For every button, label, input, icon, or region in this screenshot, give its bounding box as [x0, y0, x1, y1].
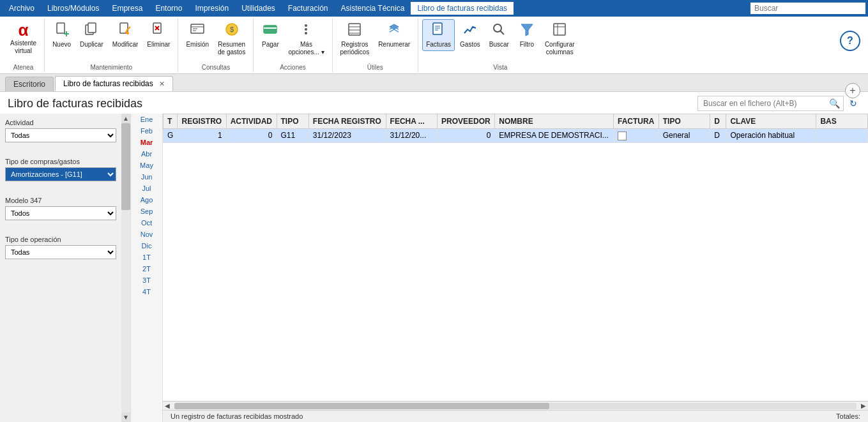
h-scrollbar[interactable]: ◀ ▶ [163, 401, 868, 410]
data-table-container[interactable]: T REGISTRO ACTIVIDAD TIPO FECHA REGISTRO… [163, 114, 868, 401]
month-3t[interactable]: 3T [131, 275, 162, 286]
filter-scrollbar[interactable]: ▲ ▼ [121, 114, 130, 422]
menu-facturacion[interactable]: Facturación [282, 2, 335, 15]
menu-archivo[interactable]: Archivo [3, 2, 41, 15]
col-header-fecha[interactable]: FECHA ... [386, 114, 438, 129]
ribbon-btn-resumen[interactable]: $ Resumende gastos [214, 19, 249, 59]
col-header-tipo2[interactable]: TIPO [659, 114, 710, 129]
svg-point-19 [305, 28, 307, 31]
configurar-label: Configurarcolumnas [545, 41, 575, 56]
ribbon-btn-emision[interactable]: Emisión [182, 19, 213, 51]
actividad-select[interactable]: Todas [5, 128, 116, 142]
ribbon-btn-duplicar[interactable]: Duplicar [76, 19, 107, 51]
menu-libros[interactable]: Libros/Módulos [41, 2, 105, 15]
refresh-icon[interactable]: ↻ [846, 96, 860, 110]
ribbon-utiles-label: Útiles [367, 63, 383, 71]
svg-point-18 [305, 24, 307, 27]
cell-fecha: 31/12/20... [386, 129, 438, 143]
h-scroll-left[interactable]: ◀ [163, 402, 172, 409]
menu-utilidades[interactable]: Utilidades [235, 2, 282, 15]
col-header-d[interactable]: D [710, 114, 726, 129]
tipo-operacion-select[interactable]: Todas [5, 245, 116, 259]
tab-libro-facturas[interactable]: Libro de facturas recibidas ✕ [55, 76, 173, 91]
month-nov[interactable]: Nov [131, 229, 162, 240]
ribbon-btn-asistente[interactable]: α Asistentevirtual [6, 19, 40, 57]
month-jul[interactable]: Jul [131, 183, 162, 194]
ribbon-btn-gastos[interactable]: Gastos [456, 19, 484, 51]
col-header-nombre[interactable]: NOMBRE [495, 114, 614, 129]
menu-empresa[interactable]: Empresa [105, 2, 149, 15]
col-header-tipo[interactable]: TIPO [277, 114, 308, 129]
ribbon-btn-nuevo[interactable]: Nuevo [49, 19, 75, 51]
ribbon-btn-pagar[interactable]: Pagar [257, 19, 283, 51]
h-scroll-right[interactable]: ▶ [859, 402, 868, 409]
col-header-bas[interactable]: BAS [816, 114, 868, 129]
filter-scroll-up[interactable]: ▲ [121, 114, 130, 123]
month-jun[interactable]: Jun [131, 171, 162, 183]
ribbon-btn-modificar[interactable]: Modificar [109, 19, 142, 51]
month-ago[interactable]: Ago [131, 194, 162, 206]
month-mar[interactable]: Mar [131, 137, 162, 148]
buscar-ribbon-label: Buscar [489, 41, 509, 49]
month-2t[interactable]: 2T [131, 263, 162, 275]
ribbon-group-consultas: Emisión $ Resumende gastos Consultas [178, 18, 254, 72]
factura-checkbox[interactable] [618, 132, 627, 140]
ribbon-btn-buscar[interactable]: Buscar [485, 19, 513, 51]
cell-clave: Operación habitual [726, 129, 816, 143]
cell-fecha-registro: 31/12/2023 [308, 129, 386, 143]
search-file-input[interactable] [698, 97, 826, 110]
table-header-row: T REGISTRO ACTIVIDAD TIPO FECHA REGISTRO… [164, 114, 868, 129]
cell-proveedor: 0 [438, 129, 495, 143]
col-header-actividad[interactable]: ACTIVIDAD [226, 114, 277, 129]
modelo347-label: Modelo 347 [5, 197, 116, 204]
month-sep[interactable]: Sep [131, 206, 162, 217]
add-tab-button[interactable]: + [845, 83, 860, 98]
col-header-fecha-registro[interactable]: FECHA REGISTRO [308, 114, 386, 129]
month-4t[interactable]: 4T [131, 286, 162, 298]
col-header-proveedor[interactable]: PROVEEDOR [438, 114, 495, 129]
col-header-factura[interactable]: FACTURA [613, 114, 659, 129]
month-abr[interactable]: Abr [131, 148, 162, 160]
col-header-registro[interactable]: REGISTRO [178, 114, 226, 129]
table-row[interactable]: G 1 0 G11 31/12/2023 31/12/20... 0 EMPRE… [164, 129, 868, 143]
month-dic[interactable]: Dic [131, 240, 162, 252]
help-button[interactable]: ? [840, 31, 860, 51]
month-may[interactable]: May [131, 160, 162, 171]
ribbon-btn-renumerar[interactable]: Renumerar [374, 19, 414, 51]
h-scrollbar-track[interactable] [174, 403, 857, 409]
renumerar-icon [386, 22, 402, 40]
menu-impresion[interactable]: Impresión [188, 2, 235, 15]
modelo347-select[interactable]: Todos [5, 206, 116, 220]
svg-line-30 [500, 31, 504, 34]
eliminar-label: Eliminar [147, 41, 170, 49]
col-header-clave[interactable]: CLAVE [726, 114, 816, 129]
ribbon-mantenimiento-label: Mantenimiento [90, 63, 132, 71]
ribbon-btn-facturas[interactable]: Facturas [422, 19, 455, 51]
menu-asistencia[interactable]: Asistencia Técnica [335, 2, 411, 15]
ribbon-mantenimiento-buttons: Nuevo Duplicar Modificar [49, 19, 174, 63]
menu-bar: Archivo Libros/Módulos Empresa Entorno I… [0, 0, 868, 17]
filter-scroll-thumb [121, 123, 130, 210]
tab-escritorio[interactable]: Escritorio [5, 77, 54, 91]
ribbon-utiles-buttons: Registrosperiódicos Renumerar [337, 19, 415, 63]
filter-panel: Actividad Todas Tipo de compras/gastos A… [0, 114, 131, 422]
tipo-compras-select[interactable]: Amortizaciones - [G11] [5, 167, 116, 181]
menu-search-input[interactable] [750, 3, 865, 14]
search-file-icon[interactable]: 🔍 [826, 96, 843, 110]
filter-scroll-down[interactable]: ▼ [121, 412, 130, 422]
month-ene[interactable]: Ene [131, 114, 162, 125]
h-scrollbar-thumb [174, 403, 549, 409]
month-oct[interactable]: Oct [131, 217, 162, 229]
menu-libro[interactable]: Libro de facturas recibidas [411, 2, 514, 15]
page-header: Libro de facturas recibidas 🔍 ↻ [0, 92, 868, 114]
tab-close-icon[interactable]: ✕ [159, 80, 165, 87]
ribbon-btn-eliminar[interactable]: Eliminar [143, 19, 174, 51]
search-file-box: 🔍 [697, 96, 844, 111]
menu-entorno[interactable]: Entorno [149, 2, 188, 15]
ribbon-btn-registros[interactable]: Registrosperiódicos [337, 19, 374, 59]
ribbon-btn-mas-opciones[interactable]: Másopciones... ▾ [284, 19, 328, 59]
ribbon-btn-filtro[interactable]: Filtro [514, 19, 540, 51]
month-feb[interactable]: Feb [131, 125, 162, 137]
ribbon-btn-configurar[interactable]: Configurarcolumnas [541, 19, 579, 59]
month-1t[interactable]: 1T [131, 252, 162, 263]
